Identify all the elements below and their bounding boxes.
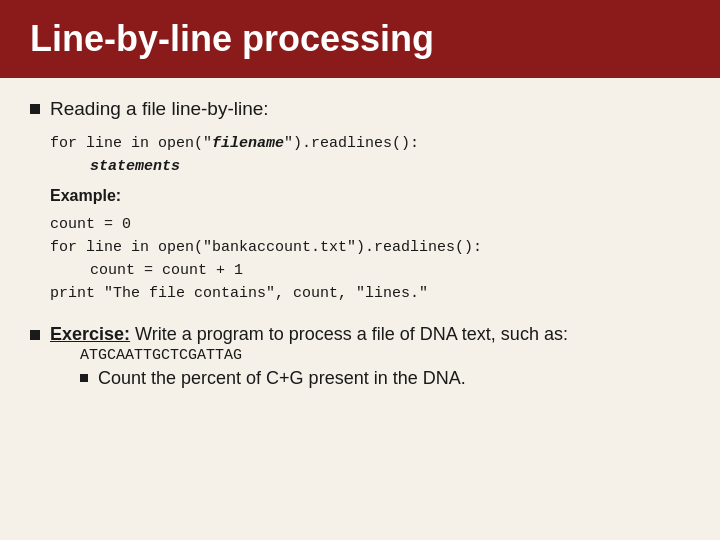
content-area: Reading a file line-by-line: for line in… — [0, 78, 720, 540]
code-line-2: statements — [90, 155, 690, 178]
sub-bullet-icon — [80, 374, 88, 382]
bullet-icon-2 — [30, 330, 40, 340]
example-line-3: count = count + 1 — [90, 259, 690, 282]
exercise-label: Exercise: — [50, 324, 130, 344]
section2-content: Exercise: Write a program to process a f… — [50, 324, 568, 389]
slide-title: Line-by-line processing — [30, 18, 434, 60]
sub-item-1: Count the percent of C+G present in the … — [80, 368, 568, 389]
filename-keyword: filename — [212, 135, 284, 152]
code-line-1: for line in open("filename").readlines()… — [50, 132, 690, 155]
section1-bullet: Reading a file line-by-line: — [30, 98, 690, 120]
dna-example: ATGCAATTGCTCGATTAG — [80, 347, 568, 364]
exercise-text: Write a program to process a file of DNA… — [130, 324, 568, 344]
section1-heading: Reading a file line-by-line: — [50, 98, 269, 120]
title-bar: Line-by-line processing — [0, 0, 720, 78]
example-line-2: for line in open("bankaccount.txt").read… — [50, 236, 690, 259]
exercise-section: Exercise: Write a program to process a f… — [50, 324, 568, 344]
example-code: count = 0 for line in open("bankaccount.… — [50, 213, 690, 306]
example-label: Example: — [50, 187, 690, 205]
code-template: for line in open("filename").readlines()… — [50, 132, 690, 179]
sub-item-text: Count the percent of C+G present in the … — [98, 368, 466, 389]
example-line-1: count = 0 — [50, 213, 690, 236]
bullet-icon-1 — [30, 104, 40, 114]
section2-bullet: Exercise: Write a program to process a f… — [30, 324, 690, 389]
example-line-4: print "The file contains", count, "lines… — [50, 282, 690, 305]
slide: Line-by-line processing Reading a file l… — [0, 0, 720, 540]
sub-bullet-area: Count the percent of C+G present in the … — [80, 368, 568, 389]
